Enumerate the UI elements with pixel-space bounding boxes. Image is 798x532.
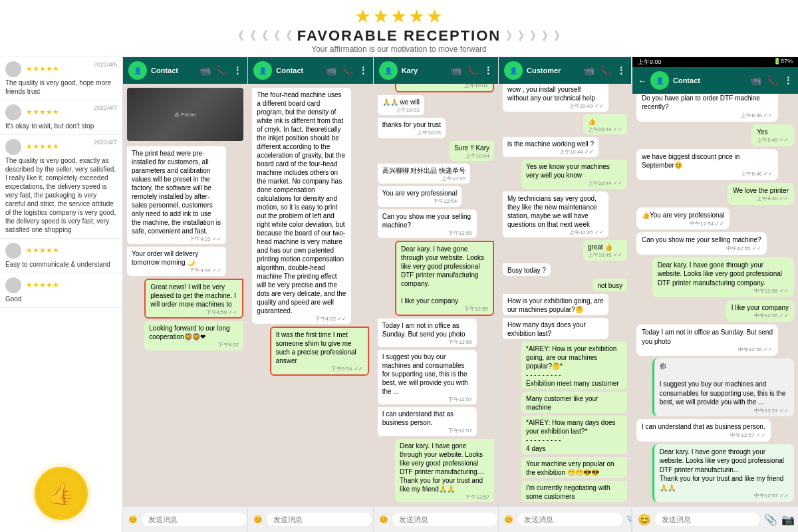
message-text: The four-head machine uses a different b… — [257, 90, 346, 315]
right-chat-panel: 上午9:00 🔋87% ← 👤 Contact 📹 📞 ⋮ luckyconso… — [632, 57, 798, 532]
message: Today I am not in office as Sunday. But … — [636, 325, 778, 356]
emoji-icon[interactable]: 😊 — [253, 515, 263, 524]
more-icon[interactable]: ⋮ — [233, 65, 242, 76]
chat-input-2[interactable] — [267, 513, 372, 526]
message: not busy — [593, 279, 627, 291]
message-time: 上午10:45 ✓✓ — [507, 229, 604, 236]
message: My technicians say very good, they like … — [503, 192, 608, 237]
message-time: 下午4:44 ✓✓ — [132, 267, 221, 274]
message: *AIREY: How many days does your exhibiti… — [521, 416, 627, 454]
video-icon[interactable]: 📹 — [583, 65, 595, 76]
star-rating: ★★★★★ — [26, 281, 59, 289]
list-item: ★★★★★ 2022/4/7 It's okay to wait, but do… — [0, 100, 122, 135]
message-text: I like your company — [732, 303, 789, 313]
message-text: *AIREY: How many days does your exhibiti… — [526, 418, 622, 453]
message-text: Dear kary. I have gone through your webs… — [400, 442, 489, 493]
message-text: is the machine working well ? — [507, 140, 594, 148]
chat-input-3[interactable] — [392, 513, 497, 526]
chat-header-icons[interactable]: 📹 📞 ⋮ — [325, 65, 368, 76]
message: I like your company 中午12:55 ✓✓ — [726, 300, 794, 322]
star-rating: ★★★★★ — [26, 108, 59, 116]
message: we have biggest discount price in Septem… — [636, 149, 778, 180]
message-time: 上午10:44 ✓✓ — [526, 180, 622, 187]
message-text: Dear kary. I have gone through your webs… — [660, 448, 789, 493]
star-rating: ★★★★★ — [26, 246, 59, 254]
message-text: The print head were pre-installed for cu… — [132, 149, 221, 235]
attach-icon[interactable]: 📎 — [626, 515, 632, 524]
message: Today I am not in office as Sunday. But … — [378, 319, 477, 347]
emoji-icon[interactable]: 😊 — [379, 515, 388, 524]
message-text: Do you have plan to order DTF machine re… — [642, 94, 773, 112]
message-text: Dear kary. I have gone through your webs… — [658, 261, 789, 288]
message: I can understand that as business person… — [378, 407, 477, 436]
message: Your order will delivery tomorrow mornin… — [127, 247, 226, 275]
chat-header-icons[interactable]: 📹 📞 ⋮ — [583, 65, 626, 76]
message-text: Yes we know your machines very well you … — [526, 162, 622, 180]
message-text: How is your exhibition going, are our ma… — [507, 297, 604, 314]
message: Dear kary. I have gone through your webs… — [652, 257, 794, 297]
message-time: 上午10:04 — [454, 153, 489, 160]
more-icon[interactable]: ⋮ — [358, 65, 368, 76]
chat-input-4[interactable] — [517, 513, 622, 526]
chat-header-icons[interactable]: 📹 📞 ⋮ — [750, 75, 793, 86]
message: The four-head machine uses a different b… — [252, 88, 351, 324]
message-text: thanks for your trust — [382, 120, 441, 129]
message: Many customer like your machine — [521, 392, 627, 413]
message: Great news! I will be very pleased to ge… — [144, 279, 243, 319]
message: This is 1st shipment your company and ou… — [395, 84, 494, 92]
emoji-icon[interactable]: 😊 — [638, 513, 651, 526]
message-time: 下午4:52 — [149, 342, 239, 348]
message: Yes we know your machines very well you … — [521, 160, 627, 188]
list-item: ★★★★★ Easy to communicate & understand — [0, 239, 122, 273]
message-text: I'm currently negotiating with some cust… — [526, 483, 622, 501]
review-date: 2022/4/7 — [94, 139, 117, 146]
more-icon[interactable]: ⋮ — [483, 65, 493, 76]
avatar: 👤 — [379, 61, 398, 80]
message-text: wow , you install yourself without any o… — [507, 85, 604, 102]
message-time: 中午12:54 ✓✓ — [642, 221, 724, 228]
avatar — [5, 104, 21, 120]
chat-input-1[interactable] — [142, 513, 247, 526]
message-text: Dear kary. I have gone through your webs… — [401, 245, 488, 305]
avatar — [5, 243, 21, 259]
emoji-icon[interactable]: 😊 — [504, 515, 513, 524]
call-icon[interactable]: 📞 — [467, 65, 478, 76]
message-text: Your machine very popular on the exhibit… — [526, 460, 622, 477]
message-text: Many customer like your machine — [526, 394, 622, 412]
message-time: 下午12:57 — [382, 428, 472, 434]
call-icon[interactable]: 📞 — [600, 65, 611, 76]
chat-panel-2: 👤 Contact 📹 📞 ⋮ The four-head machine us… — [248, 57, 373, 532]
chat-header-icons[interactable]: 📹 📞 ⋮ — [200, 65, 242, 76]
call-icon[interactable]: 📞 — [342, 65, 353, 76]
call-icon[interactable]: 📞 — [216, 65, 227, 76]
message-text: Today I am not in office as Sunday. But … — [642, 328, 773, 346]
camera-icon[interactable]: 📷 — [781, 513, 795, 526]
message-text: Can you show me your selling machine? — [382, 212, 472, 229]
video-icon[interactable]: 📹 — [450, 65, 462, 76]
attach-icon[interactable]: 📎 — [764, 513, 777, 526]
chat-header-icons[interactable]: 📹 📞 ⋮ — [450, 65, 493, 76]
message-text: I suggest you buy our machines and consu… — [382, 352, 472, 396]
main-title: FAVORABLE RECEPTION — [297, 27, 501, 45]
chat-body-4: 今天 dear 上午10:39 ✓✓ is everything going w… — [499, 84, 631, 506]
message-time: 中午12:57 ✓✓ — [642, 432, 765, 440]
list-item: ★★★★★ Good — [0, 273, 122, 308]
back-icon[interactable]: ← — [638, 76, 646, 86]
more-icon[interactable]: ⋮ — [616, 65, 626, 76]
video-icon[interactable]: 📹 — [325, 65, 336, 76]
contact-name: Kary — [402, 66, 418, 74]
message-text: 👍You are very professional — [642, 211, 724, 220]
chat-input-right[interactable] — [655, 513, 760, 526]
message-time: 中午12:57 ✓✓ — [660, 493, 789, 500]
message-time: 中午12:55 ✓✓ — [642, 245, 761, 253]
video-icon[interactable]: 📹 — [750, 75, 761, 86]
chat-header-3: 👤 Kary 📹 📞 ⋮ — [374, 57, 498, 84]
message-text: You are very professional — [382, 189, 457, 198]
message-time: 上午10:43 ✓✓ — [507, 103, 604, 110]
more-icon[interactable]: ⋮ — [783, 75, 793, 86]
chat-panel-1: 👤 Contact 📹 📞 ⋮ 🖨 Printer The print head… — [123, 57, 248, 532]
message-text: How many days does your exhibition last? — [507, 321, 604, 338]
call-icon[interactable]: 📞 — [767, 75, 778, 86]
video-icon[interactable]: 📹 — [200, 65, 211, 76]
emoji-icon[interactable]: 😊 — [128, 515, 138, 524]
